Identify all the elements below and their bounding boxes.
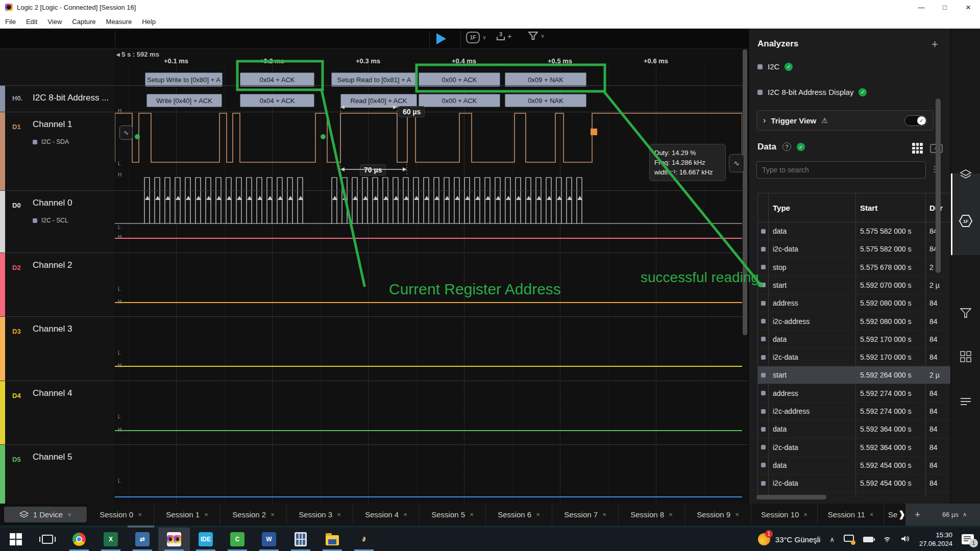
chrome-taskbar-button[interactable]: [63, 528, 95, 551]
table-row[interactable]: data5.592 364 000 s84: [758, 420, 951, 438]
task-view-button[interactable]: [32, 528, 63, 551]
table-row[interactable]: data5.575 582 000 s84: [758, 222, 951, 240]
add-analyzer-button[interactable]: +: [932, 38, 938, 51]
close-button[interactable]: ×: [957, 0, 980, 15]
tray-expand-icon[interactable]: ∧: [829, 536, 835, 543]
word-taskbar-button[interactable]: W: [253, 528, 285, 551]
session-tab-overflow[interactable]: Se ❱: [884, 504, 905, 525]
trigger-funnel-icon[interactable]: [960, 308, 971, 318]
explorer-taskbar-button[interactable]: [316, 528, 348, 551]
table-row[interactable]: i2c-address5.592 274 000 s84: [758, 403, 951, 420]
table-row[interactable]: address5.592 080 000 s84: [758, 294, 951, 312]
session-tab[interactable]: Session 0×: [88, 504, 154, 525]
session-tab[interactable]: Session 4×: [353, 504, 420, 525]
close-tab-icon[interactable]: ×: [602, 511, 606, 518]
menu-file[interactable]: File: [0, 15, 21, 29]
minimize-button[interactable]: —: [910, 0, 933, 15]
logic2-taskbar-button[interactable]: [158, 528, 190, 551]
file-transfer-taskbar-button[interactable]: ⇄: [127, 528, 158, 551]
search-input[interactable]: [757, 162, 925, 178]
channel-row-d2[interactable]: D2Channel 2: [0, 253, 115, 316]
session-tab[interactable]: Session 8×: [619, 504, 685, 525]
channel-row-d1[interactable]: D1Channel 1I2C - SDA: [0, 112, 115, 190]
session-tab[interactable]: Session 2×: [220, 504, 287, 525]
add-measurement-button[interactable]: ∿: [729, 154, 744, 172]
zoom-level[interactable]: 66 µs ∧: [942, 511, 967, 518]
session-tab[interactable]: Session 5×: [420, 504, 486, 525]
close-tab-icon[interactable]: ×: [536, 511, 540, 518]
keil-taskbar-button[interactable]: ∂: [348, 528, 380, 551]
table-view-icon[interactable]: [912, 143, 923, 154]
weather-widget[interactable]: 1 33°C Güneşli: [758, 533, 821, 545]
menu-view[interactable]: View: [42, 15, 67, 29]
trigger-view-row[interactable]: › Trigger View ⚠ ✓: [756, 110, 934, 131]
session-tab[interactable]: Session 1×: [154, 504, 220, 525]
table-row[interactable]: i2c-data5.592 170 000 s84: [758, 348, 951, 366]
table-row[interactable]: i2c-data5.592 364 000 s84: [758, 439, 951, 457]
waveform-vertical-scrollbar[interactable]: [743, 49, 747, 335]
battery-icon[interactable]: [863, 537, 873, 542]
table-row[interactable]: i2c-data5.575 582 000 s84: [758, 240, 951, 258]
table-row[interactable]: data5.592 454 000 s84: [758, 457, 951, 474]
close-tab-icon[interactable]: ×: [403, 511, 407, 518]
capture-mode-button[interactable]: 1F ∨: [466, 32, 486, 43]
channel-row-d5[interactable]: D5Channel 5: [0, 444, 115, 504]
measurement-period-chip[interactable]: 70 µs: [360, 164, 386, 176]
device-selector[interactable]: 1 Device ∨: [4, 507, 87, 522]
calculator-taskbar-button[interactable]: [285, 528, 316, 551]
close-tab-icon[interactable]: ×: [138, 511, 142, 518]
close-tab-icon[interactable]: ×: [337, 511, 341, 518]
wifi-icon[interactable]: [883, 536, 892, 543]
clock[interactable]: 15:30 27.06.2024: [919, 531, 952, 548]
extensions-grid-icon[interactable]: [960, 351, 971, 362]
menu-edit[interactable]: Edit: [21, 15, 42, 29]
table-row[interactable]: data5.592 170 000 s84: [758, 331, 951, 348]
trigger-tool-button[interactable]: ∨: [528, 32, 545, 40]
excel-taskbar-button[interactable]: X: [95, 528, 127, 551]
ide-taskbar-button[interactable]: IDE: [190, 528, 222, 551]
table-row[interactable]: address5.592 274 000 s84: [758, 385, 951, 403]
session-tab[interactable]: Session 3×: [287, 504, 353, 525]
table-vertical-scrollbar[interactable]: [936, 98, 941, 273]
layers-icon[interactable]: [960, 169, 972, 180]
close-tab-icon[interactable]: ×: [870, 511, 874, 518]
close-tab-icon[interactable]: ×: [803, 511, 807, 518]
close-tab-icon[interactable]: ×: [470, 511, 474, 518]
start-button[interactable]: [0, 528, 32, 551]
menu-help[interactable]: Help: [137, 15, 161, 29]
table-row[interactable]: i2c-data5.592 454 000 s84: [758, 474, 951, 492]
table-horizontal-scrollbar[interactable]: [756, 495, 826, 499]
glitch-filter-icon[interactable]: ∿: [119, 126, 133, 140]
channel-row-d3[interactable]: D3Channel 3: [0, 316, 115, 381]
menu-capture[interactable]: Capture: [67, 15, 101, 29]
channel-row-d0[interactable]: D0Channel 0I2C - SCL: [0, 190, 115, 253]
channel-row-d4[interactable]: D4Channel 4: [0, 381, 115, 444]
table-row[interactable]: start5.592 264 000 s2 µ: [758, 366, 951, 384]
menu-measure[interactable]: Measure: [101, 15, 137, 29]
session-tab[interactable]: Session 9×: [685, 504, 751, 525]
measurement-width-chip[interactable]: 60 µs: [399, 106, 425, 117]
analyzer-item-i2c[interactable]: I2C ✓: [757, 62, 793, 71]
session-tab[interactable]: Session 6×: [486, 504, 552, 525]
close-tab-icon[interactable]: ×: [669, 511, 673, 518]
add-session-button[interactable]: +: [915, 509, 920, 520]
table-row[interactable]: start5.592 070 000 s2 µ: [758, 277, 951, 294]
screen-share-icon[interactable]: [844, 535, 854, 544]
col-header-start[interactable]: Start: [860, 193, 877, 222]
capture-1f-icon[interactable]: 1F: [959, 214, 973, 228]
notification-center-icon[interactable]: 1: [962, 534, 974, 544]
help-icon[interactable]: ?: [782, 142, 791, 151]
table-row[interactable]: i2c-address5.592 080 000 s84: [758, 313, 951, 331]
col-header-type[interactable]: Type: [773, 193, 790, 222]
volume-icon[interactable]: [901, 535, 910, 544]
notes-icon[interactable]: [960, 397, 971, 407]
session-tab[interactable]: Session 10×: [751, 504, 818, 525]
close-tab-icon[interactable]: ×: [204, 511, 208, 518]
session-tab[interactable]: Session 11×: [818, 504, 884, 525]
analyzer-item-i2c-8bit[interactable]: I2C 8-bit Address Display ✓: [757, 88, 867, 96]
maximize-button[interactable]: □: [933, 0, 957, 15]
measure-tool-button[interactable]: 3 +: [497, 32, 512, 40]
c-compiler-taskbar-button[interactable]: C: [222, 528, 253, 551]
session-tab[interactable]: Session 7×: [552, 504, 619, 525]
trigger-view-toggle[interactable]: ✓: [904, 115, 927, 126]
